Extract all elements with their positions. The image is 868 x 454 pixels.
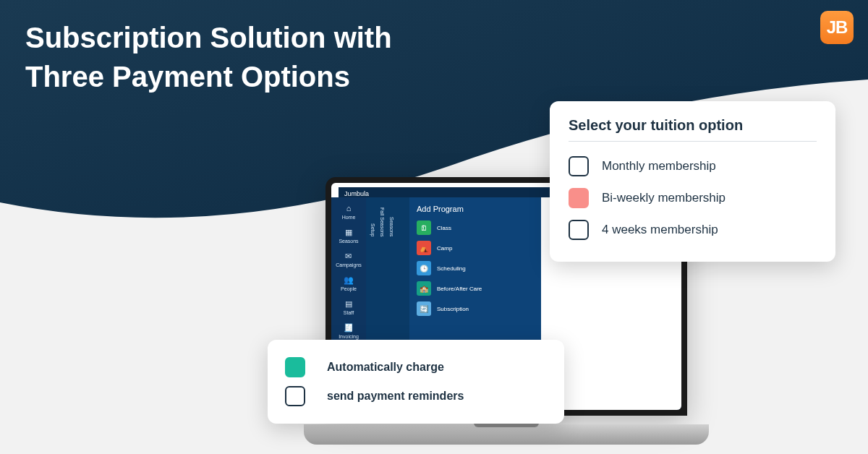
- mid-tab-seasons[interactable]: Seasons: [388, 213, 396, 241]
- sidebar-item-label: Campaigns: [336, 262, 361, 267]
- program-icon: ⛺: [417, 241, 431, 255]
- program-label: Before/After Care: [437, 286, 482, 292]
- sidebar-item-label: Home: [342, 215, 356, 220]
- program-item-subscription[interactable]: 🔄Subscription: [417, 301, 534, 316]
- program-icon: 🏫: [417, 281, 431, 296]
- program-label: Class: [437, 225, 451, 231]
- program-icon: 🗓: [417, 220, 431, 235]
- tuition-checkbox[interactable]: [569, 156, 589, 176]
- sidebar-item-seasons[interactable]: ▦Seasons: [339, 227, 358, 244]
- sidebar-staff-icon: ▤: [344, 299, 354, 309]
- page-headline: Subscription Solution with Three Payment…: [25, 18, 392, 96]
- payment-option-label: send payment reminders: [327, 390, 464, 403]
- program-item-camp[interactable]: ⛺Camp: [417, 241, 534, 255]
- tuition-option-label: Bi-weekly membership: [602, 191, 726, 205]
- tuition-option-list: Monthly membershipBi-weekly membership4 …: [569, 150, 817, 246]
- tuition-options-card: Select your tuition option Monthly membe…: [550, 101, 835, 262]
- laptop-base: [304, 424, 709, 445]
- sidebar-item-campaigns[interactable]: ✉Campaigns: [336, 251, 361, 267]
- tuition-option-1[interactable]: Bi-weekly membership: [569, 182, 817, 214]
- sidebar-item-home[interactable]: ⌂Home: [342, 203, 356, 220]
- add-program-title: Add Program: [417, 205, 534, 213]
- sidebar-item-staff[interactable]: ▤Staff: [344, 299, 354, 315]
- jb-logo: JB: [820, 11, 854, 44]
- sidebar-item-label: Staff: [344, 310, 354, 315]
- program-label: Subscription: [437, 306, 469, 312]
- sidebar-item-label: People: [341, 286, 357, 291]
- tuition-option-label: Monthly membership: [602, 159, 716, 174]
- payment-option-1[interactable]: send payment reminders: [285, 382, 547, 411]
- sidebar-item-people[interactable]: 👥People: [341, 275, 357, 291]
- mid-tab-setup[interactable]: Setup: [369, 219, 377, 241]
- program-item-class[interactable]: 🗓Class: [417, 220, 534, 235]
- payment-checkbox[interactable]: [285, 357, 305, 377]
- payment-option-0[interactable]: Automatically charge: [285, 353, 547, 382]
- tuition-option-label: 4 weeks membership: [602, 223, 718, 237]
- payment-settings-card: Automatically chargesend payment reminde…: [268, 340, 564, 424]
- sidebar-home-icon: ⌂: [344, 203, 354, 213]
- program-icon: 🕒: [417, 261, 431, 275]
- payment-option-list: Automatically chargesend payment reminde…: [285, 353, 547, 411]
- payment-checkbox[interactable]: [285, 386, 305, 406]
- tuition-checkbox[interactable]: [569, 220, 589, 240]
- headline-line-1: Subscription Solution with: [25, 18, 392, 57]
- sidebar-invoicing-icon: 🧾: [344, 322, 354, 333]
- sidebar-item-label: Invoicing: [339, 334, 359, 339]
- sidebar-people-icon: 👥: [344, 275, 354, 285]
- mid-tab-fall-seasons[interactable]: Fall Seasons: [378, 203, 386, 241]
- tuition-option-0[interactable]: Monthly membership: [569, 150, 817, 182]
- sidebar-campaigns-icon: ✉: [344, 251, 354, 261]
- program-label: Scheduling: [437, 265, 466, 272]
- tuition-option-2[interactable]: 4 weeks membership: [569, 214, 817, 246]
- payment-option-label: Automatically charge: [327, 361, 444, 374]
- headline-line-2: Three Payment Options: [25, 57, 392, 96]
- logo-text: JB: [827, 17, 848, 38]
- tuition-card-title: Select your tuition option: [569, 117, 817, 142]
- sidebar-seasons-icon: ▦: [344, 227, 354, 237]
- program-item-scheduling[interactable]: 🕒Scheduling: [417, 261, 534, 275]
- sidebar-item-label: Seasons: [339, 239, 358, 244]
- tuition-checkbox[interactable]: [569, 188, 589, 208]
- program-list: 🗓Class⛺Camp🕒Scheduling🏫Before/After Care…: [417, 220, 534, 316]
- program-icon: 🔄: [417, 301, 431, 316]
- program-label: Camp: [437, 245, 452, 252]
- sidebar-item-invoicing[interactable]: 🧾Invoicing: [339, 322, 359, 339]
- program-item-before-after-care[interactable]: 🏫Before/After Care: [417, 281, 534, 296]
